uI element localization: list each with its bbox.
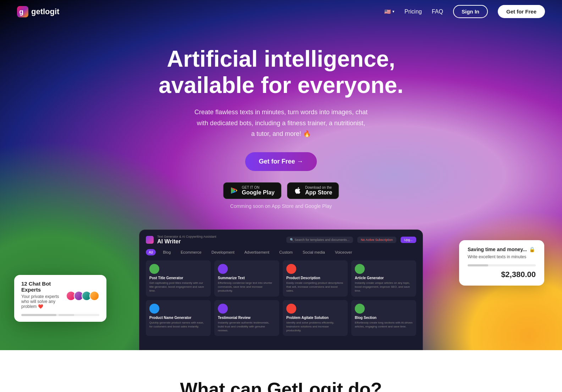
nav-right: 🇺🇸 ▾ Pricing FAQ Sign In Get for Free bbox=[384, 5, 545, 18]
google-play-icon bbox=[230, 186, 238, 195]
navbar: g getlogit 🇺🇸 ▾ Pricing FAQ Sign In Get … bbox=[0, 0, 562, 23]
lock-icon: 🔒 bbox=[529, 247, 535, 252]
card-title-testimonial: Testimonial Review bbox=[218, 316, 276, 320]
tab-advertisement[interactable]: Advertisement bbox=[242, 249, 272, 255]
app-store-button[interactable]: Download on the App Store bbox=[287, 182, 339, 199]
card-product-desc[interactable]: Product Description Easily create compel… bbox=[283, 260, 348, 297]
card-desc-blog-section: Effortlessly create long sections with A… bbox=[355, 321, 413, 328]
tab-social[interactable]: Social media bbox=[300, 249, 328, 255]
app-store-sub: Download on the bbox=[305, 186, 332, 189]
floating-card-chatbots: 12 Chat Bot Experts Your private experts… bbox=[14, 275, 106, 322]
tab-all[interactable]: All bbox=[146, 249, 156, 255]
card-icon-summarize bbox=[218, 264, 228, 274]
card-problem[interactable]: Problem Agitate Solution Identify and so… bbox=[283, 300, 348, 336]
floating-progress-bar-container bbox=[468, 264, 536, 266]
subscription-badge: No Active Subscription bbox=[357, 237, 396, 243]
card-title-post-title: Post Title Generator bbox=[149, 276, 207, 280]
app-header: Text Generator & AI Copywriting Assistan… bbox=[146, 235, 416, 245]
avatar-4 bbox=[89, 291, 99, 301]
card-blog-section[interactable]: Blog Section Effortlessly create long se… bbox=[351, 300, 416, 336]
google-play-text: GET IT ON Google Play bbox=[242, 186, 275, 196]
card-desc-post-title: Get captivating post titles instantly wi… bbox=[149, 281, 207, 293]
google-play-button[interactable]: GET IT ON Google Play bbox=[223, 182, 281, 199]
card-summarize[interactable]: Summarize Text Effortlessly condense lar… bbox=[214, 260, 279, 297]
card-icon-testimonial bbox=[218, 304, 228, 314]
tab-voiceover[interactable]: Voiceover bbox=[332, 249, 355, 255]
language-selector[interactable]: 🇺🇸 ▾ bbox=[384, 9, 395, 15]
tab-custom[interactable]: Custom bbox=[276, 249, 296, 255]
card-title-article: Article Generator bbox=[355, 276, 413, 280]
card-desc-product-desc: Easily create compelling product descrip… bbox=[286, 281, 344, 293]
card-desc-testimonial: Instantly generate authentic testimonial… bbox=[218, 321, 276, 333]
app-tabs: All Blog Ecommerce Development Advertise… bbox=[146, 249, 416, 255]
card-post-title[interactable]: Post Title Generator Get captivating pos… bbox=[146, 260, 211, 297]
card-title-problem: Problem Agitate Solution bbox=[286, 316, 344, 320]
card-desc-summarize: Effortlessly condense large text into sh… bbox=[218, 281, 276, 293]
avatar-group bbox=[66, 291, 99, 301]
card-icon-article bbox=[355, 264, 365, 274]
floating-progress2-bar2 bbox=[59, 314, 74, 316]
floating-left-subtitle: Your private experts who will solve any … bbox=[21, 294, 66, 309]
hero-title-line1: Artificial intelligence, bbox=[167, 46, 395, 72]
card-icon-product-desc bbox=[286, 264, 296, 274]
card-icon-blog-section bbox=[355, 304, 365, 314]
app-screenshot-inner: Text Generator & AI Copywriting Assistan… bbox=[139, 230, 423, 341]
faq-link[interactable]: FAQ bbox=[432, 9, 443, 15]
card-testimonial[interactable]: Testimonial Review Instantly generate au… bbox=[214, 300, 279, 336]
card-desc-product-name: Quickly generate product names with ease… bbox=[149, 321, 207, 328]
floating-left-title: 12 Chat Bot Experts bbox=[21, 281, 66, 293]
card-title-blog-section: Blog Section bbox=[355, 316, 413, 320]
floating-progress2-bar1 bbox=[21, 314, 56, 316]
what-section: What can GetLogit do? bbox=[0, 350, 562, 392]
floating-card-savings: Saving time and money... 🔒 Write excelle… bbox=[459, 240, 544, 286]
flag-emoji: 🇺🇸 bbox=[384, 9, 391, 15]
google-play-name: Google Play bbox=[242, 189, 275, 196]
card-title-product-name: Product Name Generator bbox=[149, 316, 207, 320]
hero-section: Artificial intelligence, available for e… bbox=[0, 0, 562, 350]
card-title-product-desc: Product Description bbox=[286, 276, 344, 280]
hero-screenshot-area: Saving time and money... 🔒 Write excelle… bbox=[0, 226, 562, 350]
google-play-sub: GET IT ON bbox=[242, 186, 275, 189]
card-product-name[interactable]: Product Name Generator Quickly generate … bbox=[146, 300, 211, 336]
what-title: What can GetLogit do? bbox=[17, 379, 545, 392]
floating-progress2 bbox=[21, 314, 99, 316]
app-screenshot: Text Generator & AI Copywriting Assistan… bbox=[139, 230, 423, 350]
logo-text: getlogit bbox=[31, 7, 59, 16]
tab-ecommerce[interactable]: Ecommerce bbox=[178, 249, 204, 255]
hero-content: Artificial intelligence, available for e… bbox=[159, 46, 403, 209]
app-title-label: AI Writer bbox=[157, 238, 216, 245]
hero-cta-button[interactable]: Get for Free → bbox=[245, 152, 316, 171]
card-icon-problem bbox=[286, 304, 296, 314]
logo-icon: g bbox=[17, 6, 28, 17]
logo-link[interactable]: g getlogit bbox=[17, 6, 59, 17]
card-desc-problem: Identify and solve problems efficiently,… bbox=[286, 321, 344, 333]
floating-price: $2,380.00 bbox=[468, 270, 536, 279]
search-bar[interactable]: 🔍 Search for templates and documents... bbox=[286, 237, 353, 243]
hero-subtitle-end: a tutor, and more! 🔥 bbox=[251, 130, 311, 137]
getfree-button[interactable]: Get for Free bbox=[498, 5, 545, 18]
store-buttons: GET IT ON Google Play Download on the Ap… bbox=[159, 182, 403, 199]
hero-title: Artificial intelligence, available for e… bbox=[159, 46, 403, 98]
app-logo-small bbox=[146, 236, 154, 244]
svg-marker-5 bbox=[236, 189, 237, 192]
signin-button[interactable]: Sign In bbox=[453, 5, 488, 18]
app-store-text: Download on the App Store bbox=[305, 186, 332, 196]
card-desc-article: Instantly create unique articles on any … bbox=[355, 281, 413, 293]
floating-title-text: Saving time and money... bbox=[468, 247, 527, 252]
tab-development[interactable]: Development bbox=[209, 249, 237, 255]
card-icon-post-title bbox=[149, 264, 159, 274]
svg-text:g: g bbox=[19, 8, 23, 16]
app-sub-label: Text Generator & AI Copywriting Assistan… bbox=[157, 235, 216, 238]
app-store-name: App Store bbox=[305, 189, 332, 196]
floating-card-subtitle: Write excellent texts in minutes bbox=[468, 254, 536, 259]
hero-subtitle: Create flawless texts in minutes, turn w… bbox=[159, 107, 403, 139]
card-title-summarize: Summarize Text bbox=[218, 276, 276, 280]
pricing-link[interactable]: Pricing bbox=[404, 9, 422, 15]
floating-progress-bar bbox=[468, 264, 488, 266]
chevron-down-icon: ▾ bbox=[392, 9, 395, 14]
upgrade-btn[interactable]: Upg... bbox=[401, 237, 416, 243]
tab-blog[interactable]: Blog bbox=[160, 249, 173, 255]
app-cards-grid: Post Title Generator Get captivating pos… bbox=[146, 260, 416, 336]
card-article[interactable]: Article Generator Instantly create uniqu… bbox=[351, 260, 416, 297]
floating-card-title: Saving time and money... 🔒 bbox=[468, 247, 536, 252]
